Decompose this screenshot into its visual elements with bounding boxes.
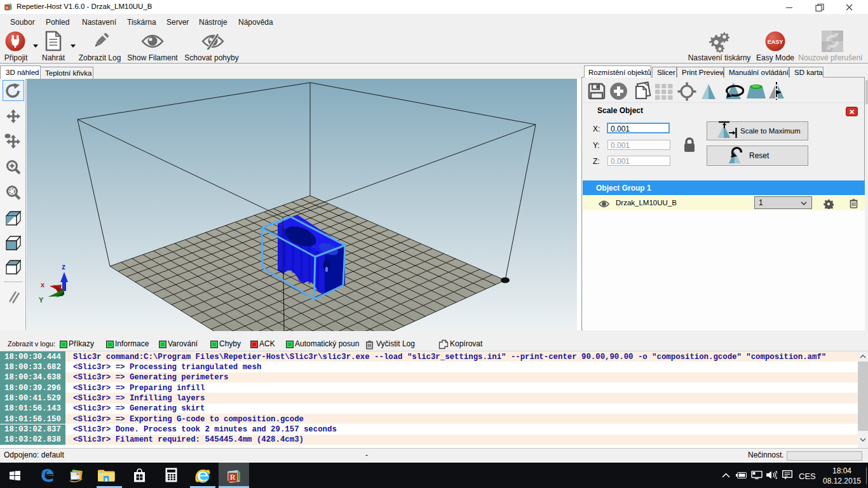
svg-text:EASY: EASY <box>768 39 783 45</box>
svg-text:Y: Y <box>39 296 44 304</box>
svg-text:z: z <box>62 262 65 271</box>
svg-text:x: x <box>41 281 45 288</box>
svg-text:R: R <box>230 473 236 482</box>
